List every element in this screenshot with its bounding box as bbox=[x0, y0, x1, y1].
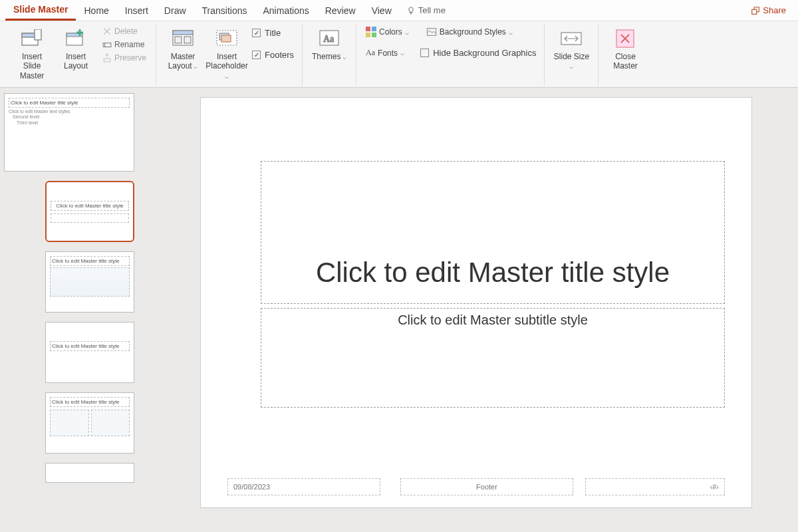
insert-layout-icon bbox=[64, 27, 88, 51]
group-master-layout: Master Layout Insert Placeholder Title F… bbox=[156, 24, 303, 86]
themes-label: Themes bbox=[312, 52, 346, 61]
rename-label: Rename bbox=[114, 40, 144, 49]
svg-rect-20 bbox=[366, 33, 370, 37]
placeholder-icon bbox=[215, 27, 239, 51]
preserve-icon bbox=[102, 53, 112, 63]
preserve-button[interactable]: Preserve bbox=[100, 52, 149, 64]
close-master-button[interactable]: Close Master bbox=[605, 25, 645, 72]
svg-rect-12 bbox=[184, 37, 191, 43]
title-checkbox-label: Title bbox=[265, 28, 281, 38]
tab-slide-master[interactable]: Slide Master bbox=[5, 0, 76, 21]
slide-master-icon bbox=[20, 27, 44, 51]
slide-canvas-area[interactable]: Click to edit Master title style Click t… bbox=[154, 88, 798, 532]
share-button[interactable]: Share bbox=[744, 3, 793, 18]
svg-rect-15 bbox=[221, 35, 231, 42]
themes-button[interactable]: Aa Themes bbox=[309, 25, 349, 63]
insert-placeholder-button[interactable]: Insert Placeholder bbox=[207, 25, 247, 82]
slide-number-placeholder[interactable]: ‹#› bbox=[585, 478, 725, 495]
title-checkbox[interactable]: Title bbox=[251, 25, 295, 41]
thumb-title: Click to edit Master title style bbox=[50, 397, 130, 407]
slide-size-icon bbox=[559, 27, 583, 51]
insert-slide-master-label: Insert Slide Master bbox=[13, 52, 51, 80]
tab-insert[interactable]: Insert bbox=[117, 1, 156, 20]
insert-placeholder-label: Insert Placeholder bbox=[205, 52, 247, 80]
hide-background-label: Hide Background Graphics bbox=[433, 48, 536, 58]
group-themes: Aa Themes bbox=[303, 24, 356, 86]
svg-rect-18 bbox=[366, 27, 370, 31]
thumb-title: Click to edit Master title style bbox=[50, 341, 130, 351]
ribbon: Insert Slide Master Insert Layout Delete… bbox=[0, 21, 798, 88]
slide-size-button[interactable]: Slide Size bbox=[551, 25, 591, 72]
delete-icon bbox=[102, 27, 112, 36]
delete-label: Delete bbox=[114, 27, 138, 36]
master-layout-button[interactable]: Master Layout bbox=[163, 25, 203, 72]
svg-rect-10 bbox=[173, 31, 193, 35]
thumb-title: Click to edit Master title style bbox=[9, 98, 130, 108]
thumb-master[interactable]: Click to edit Master title style Click t… bbox=[4, 93, 150, 172]
colors-dropdown[interactable]: Colors bbox=[363, 25, 412, 39]
svg-rect-21 bbox=[372, 33, 376, 37]
close-master-label: Close Master bbox=[606, 52, 644, 71]
title-text: Click to edit Master title style bbox=[261, 177, 724, 289]
preserve-label: Preserve bbox=[114, 53, 146, 63]
tab-transitions[interactable]: Transitions bbox=[194, 1, 255, 20]
colors-label: Colors bbox=[379, 27, 402, 37]
svg-rect-19 bbox=[372, 27, 376, 31]
hide-background-checkbox[interactable]: Hide Background Graphics bbox=[419, 45, 537, 61]
group-edit-master: Insert Slide Master Insert Layout Delete… bbox=[5, 24, 156, 86]
share-label: Share bbox=[763, 5, 786, 15]
thumb-text-styles: Click to edit Master text styles bbox=[9, 109, 130, 114]
workspace: Click to edit Master title style Click t… bbox=[0, 88, 798, 532]
background-styles-dropdown[interactable]: Background Styles bbox=[424, 25, 515, 39]
tell-me-search[interactable]: Tell me bbox=[400, 1, 452, 19]
thumb-l2: Second level bbox=[9, 114, 130, 120]
svg-rect-11 bbox=[175, 37, 182, 43]
subtitle-placeholder[interactable]: Click to edit Master subtitle style bbox=[261, 308, 725, 408]
slide-size-label: Slide Size bbox=[553, 52, 590, 71]
thumb-layout-2[interactable]: Click to edit Master title style bbox=[45, 251, 150, 313]
slide[interactable]: Click to edit Master title style Click t… bbox=[200, 97, 752, 508]
subtitle-text: Click to edit Master subtitle style bbox=[398, 313, 588, 328]
colors-icon bbox=[366, 27, 376, 37]
title-placeholder[interactable]: Click to edit Master title style bbox=[261, 161, 725, 304]
checkbox-icon bbox=[252, 51, 261, 59]
svg-rect-0 bbox=[752, 9, 757, 14]
group-close: Close Master bbox=[598, 24, 652, 86]
background-icon bbox=[426, 27, 437, 37]
insert-slide-master-button[interactable]: Insert Slide Master bbox=[12, 25, 52, 82]
tab-review[interactable]: Review bbox=[317, 1, 364, 20]
checkbox-icon bbox=[420, 49, 429, 57]
ribbon-tabs: Slide Master Home Insert Draw Transition… bbox=[0, 0, 798, 21]
rename-icon bbox=[102, 40, 112, 49]
tab-home[interactable]: Home bbox=[76, 1, 116, 20]
rename-button[interactable]: Rename bbox=[100, 39, 149, 51]
thumbnail-panel[interactable]: Click to edit Master title style Click t… bbox=[0, 88, 154, 532]
thumb-layout-4[interactable]: Click to edit Master title style bbox=[45, 392, 150, 454]
thumb-layout-3[interactable]: Click to edit Master title style bbox=[45, 322, 150, 383]
footers-checkbox[interactable]: Footers bbox=[251, 47, 295, 63]
tab-animations[interactable]: Animations bbox=[255, 1, 317, 20]
tab-view[interactable]: View bbox=[364, 1, 400, 20]
master-layout-label: Master Layout bbox=[164, 52, 201, 71]
footer-placeholder[interactable]: Footer bbox=[400, 478, 573, 495]
tab-draw[interactable]: Draw bbox=[156, 1, 194, 20]
thumb-layout-1[interactable]: Click to edit Master title style bbox=[45, 181, 150, 242]
background-styles-label: Background Styles bbox=[440, 27, 506, 37]
fonts-dropdown[interactable]: Aa Fonts bbox=[363, 45, 407, 61]
svg-rect-3 bbox=[35, 29, 41, 40]
date-placeholder[interactable]: 09/08/2023 bbox=[227, 478, 380, 495]
fonts-icon: Aa bbox=[366, 48, 375, 58]
footers-checkbox-label: Footers bbox=[265, 50, 294, 60]
themes-icon: Aa bbox=[317, 27, 341, 51]
master-layout-icon bbox=[171, 27, 195, 51]
share-icon bbox=[751, 6, 760, 15]
tell-me-label: Tell me bbox=[418, 5, 446, 15]
svg-text:Aa: Aa bbox=[323, 34, 334, 44]
thumb-l3: Third level bbox=[9, 120, 130, 126]
insert-layout-button[interactable]: Insert Layout bbox=[56, 25, 96, 72]
close-icon bbox=[613, 27, 637, 51]
insert-layout-label: Insert Layout bbox=[57, 52, 94, 71]
checkbox-icon bbox=[252, 29, 261, 37]
thumb-layout-5[interactable] bbox=[45, 463, 150, 483]
delete-button[interactable]: Delete bbox=[100, 25, 149, 37]
